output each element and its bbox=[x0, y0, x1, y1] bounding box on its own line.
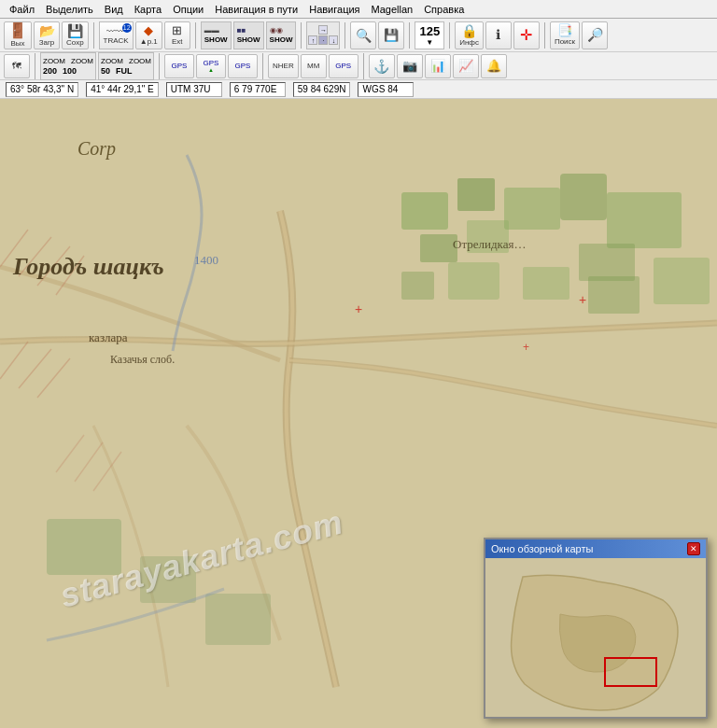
menu-view[interactable]: Вид bbox=[99, 3, 129, 16]
separator-2 bbox=[195, 22, 196, 49]
status-bar: 63° 58r 43,3" N 41° 44r 29,1" E UTM 37U … bbox=[0, 80, 717, 99]
toolbar-main: 🚪 Вых 📂 Загр 💾 Сохр 12 〰〰 TRACK ◆ ▲р.1 ⊞… bbox=[0, 19, 717, 52]
pan-right-button[interactable]: → bbox=[318, 25, 328, 35]
gps-button-2[interactable]: GPS ▲ bbox=[196, 54, 226, 78]
exit-button[interactable]: 🚪 Вых bbox=[4, 21, 32, 49]
svg-text:+: + bbox=[355, 301, 362, 316]
zoom-value: 125 bbox=[419, 24, 440, 38]
menu-file[interactable]: Файл bbox=[4, 3, 40, 16]
toolbar-secondary: 🗺 ZOOM ZOOM 200 100 ZOOM ZOOM 50 FUL GPS… bbox=[0, 52, 717, 80]
separator-tb2-4 bbox=[363, 53, 364, 79]
overview-close-button[interactable]: ✕ bbox=[687, 542, 700, 555]
zoom-ful-label: ZOOM bbox=[129, 57, 151, 65]
tb2-icon: 🗺 bbox=[12, 61, 21, 71]
show-icon-3: ◉◉ bbox=[270, 26, 283, 35]
separator-tb2-1 bbox=[35, 53, 35, 79]
save2-button[interactable]: 💾 bbox=[378, 21, 404, 49]
zoom-cluster[interactable]: ZOOM ZOOM 200 100 bbox=[40, 52, 96, 80]
svg-text:+: + bbox=[579, 292, 586, 307]
mm-button[interactable]: MM bbox=[301, 54, 327, 78]
svg-rect-7 bbox=[579, 244, 635, 281]
longitude-field: 41° 44r 29,1" E bbox=[86, 82, 159, 97]
show-icon-2: ■■ bbox=[237, 26, 246, 35]
menu-help[interactable]: Справка bbox=[418, 3, 470, 16]
show-label-1: SHOW bbox=[204, 35, 228, 44]
svg-text:Corp: Corp bbox=[77, 138, 116, 160]
svg-rect-12 bbox=[523, 267, 569, 300]
gps-button-4[interactable]: GPS bbox=[329, 54, 358, 78]
menu-magellan[interactable]: Magellan bbox=[366, 3, 419, 16]
index-button[interactable]: 📑 Поиск bbox=[550, 21, 580, 49]
zoom-50-label: ZOOM bbox=[101, 57, 123, 65]
save2-icon: 💾 bbox=[384, 29, 399, 41]
track-button[interactable]: 12 〰〰 TRACK bbox=[99, 21, 134, 49]
overview-title: Окно обзорной карты bbox=[491, 543, 593, 554]
separator-3 bbox=[301, 22, 302, 49]
zoom-cluster-2[interactable]: ZOOM ZOOM 50 FUL bbox=[98, 52, 154, 80]
gps-icon-2: GPS bbox=[204, 59, 219, 67]
zoom-100-label: ZOOM bbox=[71, 57, 93, 65]
graph-icon: 📈 bbox=[458, 59, 473, 73]
exit-icon: 🚪 bbox=[8, 23, 27, 38]
gps-button-3[interactable]: GPS bbox=[228, 54, 258, 78]
exit-label: Вых bbox=[10, 39, 24, 48]
find-button[interactable]: 🔍 bbox=[350, 21, 376, 49]
anchor-button[interactable]: ⚓ bbox=[369, 54, 395, 78]
menu-navigation[interactable]: Навигация bbox=[303, 3, 365, 16]
zoom-200-val: 200 bbox=[43, 66, 57, 76]
svg-rect-2 bbox=[401, 192, 448, 230]
menu-options[interactable]: Опции bbox=[167, 3, 209, 16]
info-button[interactable]: ℹ bbox=[485, 21, 512, 49]
svg-rect-9 bbox=[420, 234, 457, 262]
chart-icon: 📊 bbox=[430, 59, 445, 73]
pan-center-button: · bbox=[318, 35, 328, 45]
svg-rect-15 bbox=[47, 519, 121, 575]
lock-icon: 🔒 bbox=[461, 24, 477, 37]
pan-up-button[interactable]: ↑ bbox=[308, 35, 317, 45]
search-button[interactable]: 🔎 bbox=[582, 21, 608, 49]
ext-button[interactable]: ⊞ Ext bbox=[164, 21, 190, 49]
map-area[interactable]: + + + Corp Городъ шацкъ казлapa Казачья … bbox=[0, 99, 717, 728]
show-label-2: SHOW bbox=[237, 35, 260, 44]
camera-button[interactable]: 📷 bbox=[397, 54, 423, 78]
pan-down-button[interactable]: ↓ bbox=[329, 35, 338, 45]
utm-northing-field: 59 84 629N bbox=[293, 82, 351, 97]
show-group-3[interactable]: ◉◉ SHOW bbox=[266, 21, 297, 49]
svg-text:+: + bbox=[523, 341, 529, 354]
overview-window: Окно обзорной карты ✕ bbox=[484, 538, 708, 719]
waypoint-icon: ◆ bbox=[144, 24, 153, 36]
overview-map[interactable] bbox=[485, 558, 706, 717]
svg-rect-5 bbox=[560, 174, 607, 220]
block-label: Инфс bbox=[459, 38, 479, 47]
svg-rect-10 bbox=[448, 262, 499, 300]
save-button[interactable]: 💾 Сохр bbox=[62, 21, 89, 49]
save-icon: 💾 bbox=[67, 24, 83, 37]
overview-titlebar: Окно обзорной карты ✕ bbox=[485, 539, 706, 558]
zoom-arrow-icon: ▼ bbox=[426, 38, 433, 47]
load-button[interactable]: 📂 Загр bbox=[34, 21, 60, 49]
show-icon-1: ▬▬ bbox=[204, 26, 219, 35]
utm-easting-field: 6 79 770E bbox=[230, 82, 286, 97]
nav-cross-button[interactable]: ✛ bbox=[513, 21, 540, 49]
search-icon: 🔎 bbox=[587, 28, 603, 41]
menu-map[interactable]: Карта bbox=[129, 3, 167, 16]
waypoint-button[interactable]: ◆ ▲р.1 bbox=[135, 21, 162, 49]
zoom-value-display[interactable]: 125 ▼ bbox=[415, 21, 444, 49]
menu-select[interactable]: Выделить bbox=[40, 3, 99, 16]
block-button[interactable]: 🔒 Инфс bbox=[455, 21, 484, 49]
menu-navigate-route[interactable]: Навигация в пути bbox=[209, 3, 303, 16]
gps-arrow-icon: ▲ bbox=[208, 67, 214, 73]
zoom-200-label: ZOOM bbox=[43, 57, 65, 65]
zoom-100-val: 100 bbox=[63, 66, 77, 76]
ext-icon: ⊞ bbox=[172, 24, 182, 36]
graph-button[interactable]: 📈 bbox=[453, 54, 479, 78]
show-group-2[interactable]: ■■ SHOW bbox=[233, 21, 264, 49]
chart-button[interactable]: 📊 bbox=[425, 54, 451, 78]
nher-button[interactable]: NHER bbox=[268, 54, 299, 78]
gps-button-1[interactable]: GPS bbox=[164, 54, 194, 78]
svg-rect-4 bbox=[504, 188, 560, 230]
tb2-icon-button[interactable]: 🗺 bbox=[4, 54, 30, 78]
show-group-1[interactable]: ▬▬ SHOW bbox=[201, 21, 232, 49]
bell-button[interactable]: 🔔 bbox=[481, 54, 507, 78]
menu-bar: Файл Выделить Вид Карта Опции Навигация … bbox=[0, 0, 717, 19]
